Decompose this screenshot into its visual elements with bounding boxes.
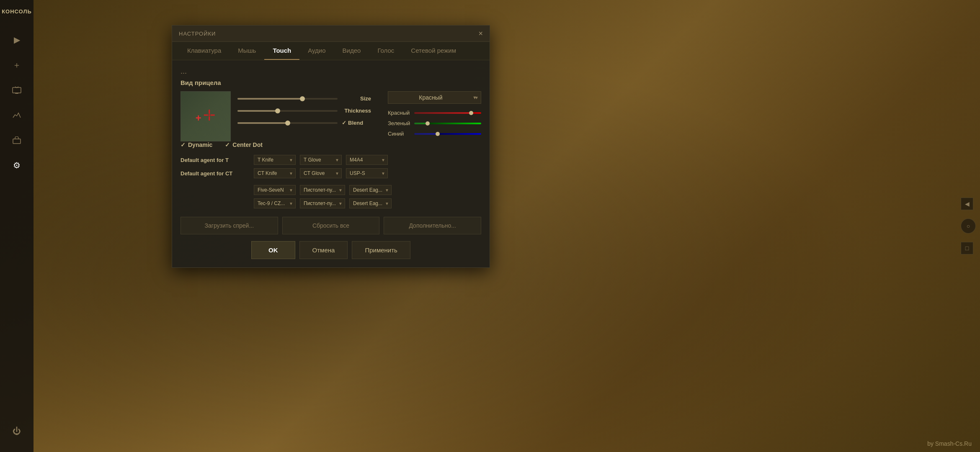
thickness-slider-track[interactable] <box>237 110 338 112</box>
ct-glove-wrapper: CT Glove <box>300 168 342 178</box>
tab-mouse[interactable]: Мышь <box>230 42 264 60</box>
reset-all-button[interactable]: Сбросить все <box>282 217 380 234</box>
fiveseven-alt-wrapper: Пистолет-пу... <box>300 185 345 195</box>
svg-rect-4 <box>13 139 21 144</box>
fiveseven-row: Five-SeveN Пистолет-пу... Desert Eag... <box>181 185 481 195</box>
tec9-wrapper: Tec-9 / CZ... <box>254 198 296 208</box>
tec9-alt-wrapper: Пистолет-пу... <box>300 198 345 208</box>
tec9-select[interactable]: Tec-9 / CZ... <box>254 198 296 208</box>
sidebar-item-inventory[interactable] <box>8 131 26 149</box>
dialog-title: НАСТРОЙКИ <box>179 31 216 37</box>
tec9-row: Tec-9 / CZ... Пистолет-пу... Desert Eag.… <box>181 198 481 208</box>
fiveseven-alt-select[interactable]: Пистолет-пу... <box>300 185 345 195</box>
thickness-slider-thumb[interactable] <box>275 108 280 113</box>
ct-glove-select[interactable]: CT Glove <box>300 168 342 178</box>
t-weapon-wrapper: M4A4 <box>346 155 388 165</box>
cancel-button[interactable]: Отмена <box>299 241 348 259</box>
crosshair-cross <box>196 109 216 124</box>
blend-slider-track[interactable] <box>237 122 338 124</box>
blend-check: ✓ <box>342 120 346 126</box>
size-label: Size <box>342 95 371 102</box>
color-dropdown[interactable]: Красный <box>388 91 481 104</box>
t-weapon-select[interactable]: M4A4 <box>346 155 388 165</box>
sidebar-item-add[interactable]: ＋ <box>8 56 26 74</box>
svg-rect-0 <box>13 87 21 93</box>
blue-slider-track[interactable] <box>414 133 481 135</box>
blue-slider-thumb[interactable] <box>436 132 440 136</box>
checkboxes-row: ✓ Dynamic ✓ Center Dot <box>181 141 481 148</box>
ct-weapon-wrapper: USP-S <box>346 168 388 178</box>
close-button[interactable]: × <box>478 30 483 37</box>
tec9-desert-select[interactable]: Desert Eag... <box>349 198 392 208</box>
tab-video[interactable]: Видео <box>334 42 369 60</box>
crosshair-section-title: Вид прицела <box>181 79 481 86</box>
color-dropdown-wrapper: Красный ▼ <box>388 91 481 104</box>
svg-point-9 <box>209 114 210 116</box>
tab-audio[interactable]: Аудио <box>299 42 334 60</box>
thickness-slider-row: Thickness <box>237 108 371 114</box>
tab-network[interactable]: Сетевой режим <box>402 42 464 60</box>
green-slider-thumb[interactable] <box>426 121 430 126</box>
ct-knife-wrapper: CT Knife <box>254 168 296 178</box>
circle-button[interactable]: ○ <box>961 218 976 234</box>
t-glove-wrapper: T Glove <box>300 155 342 165</box>
size-slider-track[interactable] <box>237 98 338 100</box>
red-slider-thumb[interactable] <box>469 111 473 115</box>
blend-label: ✓ Blend <box>342 120 371 126</box>
load-spray-button[interactable]: Загрузить спрей... <box>181 217 278 234</box>
sidebar-item-power[interactable]: ⏻ <box>8 422 26 440</box>
blend-slider-thumb[interactable] <box>285 121 290 126</box>
tec9-alt-select[interactable]: Пистолет-пу... <box>300 198 345 208</box>
t-glove-select[interactable]: T Glove <box>300 155 342 165</box>
square-button[interactable]: □ <box>961 242 973 254</box>
ct-agent-row: Default agent for CT CT Knife CT Glove U… <box>181 168 481 178</box>
apply-button[interactable]: Применить <box>352 241 410 259</box>
size-slider-thumb[interactable] <box>300 96 305 101</box>
dialog-header: НАСТРОЙКИ × <box>172 26 490 42</box>
tab-voice[interactable]: Голос <box>369 42 402 60</box>
arrow-button[interactable]: ◀ <box>961 198 973 210</box>
tec9-desert-wrapper: Desert Eag... <box>349 198 392 208</box>
fiveseven-desert-select[interactable]: Desert Eag... <box>349 185 392 195</box>
fiveseven-desert-wrapper: Desert Eag... <box>349 185 392 195</box>
dynamic-check-mark: ✓ <box>181 141 186 148</box>
tab-touch[interactable]: Touch <box>264 42 299 60</box>
tab-bar: Клавиатура Мышь Touch Аудио Видео Голос … <box>172 42 490 60</box>
green-slider-track[interactable] <box>414 123 481 124</box>
red-slider-track[interactable] <box>414 112 481 114</box>
fiveseven-wrapper: Five-SeveN <box>254 185 296 195</box>
app-title: КОНСОЛЬ <box>0 8 34 15</box>
fiveseven-select[interactable]: Five-SeveN <box>254 185 296 195</box>
blue-channel-row: Синий <box>388 131 481 137</box>
green-label: Зеленый <box>388 120 411 126</box>
center-dot-checkbox[interactable]: ✓ Center Dot <box>225 141 263 148</box>
sub-weapon-rows: Five-SeveN Пистолет-пу... Desert Eag... <box>181 185 481 208</box>
t-knife-select[interactable]: T Knife <box>254 155 296 165</box>
dynamic-label: Dynamic <box>188 141 212 148</box>
sidebar: КОНСОЛЬ ▶ ＋ ⚙ ⏻ <box>0 0 34 452</box>
blend-text: Blend <box>348 120 363 126</box>
ct-weapon-select[interactable]: USP-S <box>346 168 388 178</box>
dynamic-checkbox[interactable]: ✓ Dynamic <box>181 141 212 148</box>
t-knife-wrapper: T Knife <box>254 155 296 165</box>
advanced-button[interactable]: Дополнительно... <box>384 217 481 234</box>
red-channel-row: Красный <box>388 110 481 116</box>
watermark: by Smash-Cs.Ru <box>927 440 972 447</box>
sidebar-item-tv[interactable] <box>8 81 26 99</box>
ct-knife-select[interactable]: CT Knife <box>254 168 296 178</box>
center-dot-check-mark: ✓ <box>225 141 230 148</box>
sidebar-item-stats[interactable] <box>8 106 26 124</box>
sidebar-item-play[interactable]: ▶ <box>8 31 26 49</box>
sidebar-item-settings[interactable]: ⚙ <box>8 156 26 175</box>
blend-slider-row: ✓ Blend <box>237 120 371 126</box>
settings-dialog: НАСТРОЙКИ × Клавиатура Мышь Touch Аудио … <box>172 25 490 268</box>
menu-dots-button[interactable]: ... <box>181 67 481 76</box>
size-slider-row: Size <box>237 95 371 102</box>
right-controls: ◀ ○ □ <box>961 198 980 254</box>
t-agent-row: Default agent for T T Knife T Glove M4A4 <box>181 155 481 165</box>
svg-rect-1 <box>15 93 18 94</box>
ok-button[interactable]: OK <box>251 241 295 259</box>
blue-label: Синий <box>388 131 411 137</box>
bottom-buttons: Загрузить спрей... Сбросить все Дополнит… <box>181 217 481 234</box>
tab-keyboard[interactable]: Клавиатура <box>179 42 230 60</box>
